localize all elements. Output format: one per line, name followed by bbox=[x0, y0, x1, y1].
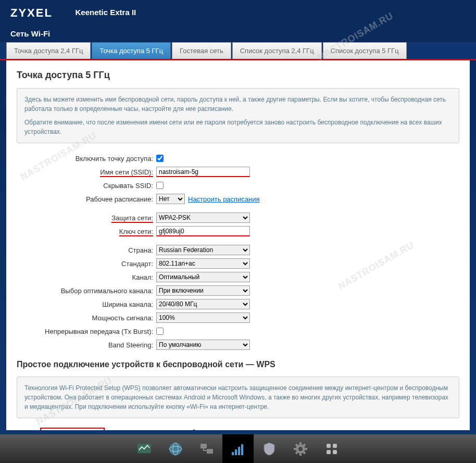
channel-label: Канал: bbox=[17, 273, 156, 281]
content-panel: Точка доступа 5 ГГц Здесь вы можете изме… bbox=[6, 60, 470, 430]
steering-select[interactable]: По умолчанию bbox=[156, 340, 250, 350]
nav-network-icon[interactable] bbox=[191, 434, 222, 463]
page-title: Сеть Wi-Fi bbox=[0, 20, 476, 42]
nav-globe-icon[interactable] bbox=[160, 434, 191, 463]
tab-acl-5[interactable]: Список доступа 5 ГГц bbox=[323, 42, 407, 59]
tab-ap-24[interactable]: Точка доступа 2,4 ГГц bbox=[6, 42, 91, 59]
section-title: Точка доступа 5 ГГц bbox=[17, 70, 459, 81]
nav-wifi-icon[interactable] bbox=[222, 434, 254, 463]
brand-logo: ZYXEL bbox=[10, 6, 53, 20]
power-label: Мощность сигнала: bbox=[17, 314, 156, 322]
svg-rect-10 bbox=[238, 447, 240, 455]
wps-info-text: Технология Wi-Fi Protected Setup (WPS) п… bbox=[24, 383, 452, 411]
schedule-link[interactable]: Настроить расписания bbox=[188, 195, 260, 203]
ssid-input[interactable] bbox=[156, 167, 250, 177]
enable-ap-checkbox[interactable] bbox=[156, 155, 164, 162]
svg-line-20 bbox=[296, 452, 297, 454]
nav-shield-icon[interactable] bbox=[254, 434, 285, 463]
schedule-label: Рабочее расписание: bbox=[17, 195, 156, 203]
steering-label: Band Steering: bbox=[17, 341, 156, 349]
info-text-1: Здесь вы можете изменить имя беспроводно… bbox=[24, 95, 452, 114]
svg-line-21 bbox=[304, 444, 305, 446]
wps-section-title: Простое подключение устройств к беспрово… bbox=[17, 360, 459, 369]
country-select[interactable]: Russian Federation bbox=[156, 245, 250, 255]
arrow-icon bbox=[187, 429, 240, 430]
svg-rect-8 bbox=[232, 452, 234, 455]
txburst-label: Непрерывная передача (Tx Burst): bbox=[17, 328, 156, 335]
enable-ap-label: Включить точку доступа: bbox=[17, 155, 156, 162]
tabs-bar: Точка доступа 2,4 ГГц Точка доступа 5 ГГ… bbox=[0, 42, 476, 60]
nav-apps-icon[interactable] bbox=[316, 434, 347, 463]
svg-rect-7 bbox=[207, 449, 213, 454]
opt-channel-label: Выбор оптимального канала: bbox=[17, 287, 156, 295]
security-select[interactable]: WPA2-PSK bbox=[156, 212, 250, 223]
hide-ssid-checkbox[interactable] bbox=[156, 182, 164, 189]
wps-info-box: Технология Wi-Fi Protected Setup (WPS) п… bbox=[17, 377, 459, 418]
tab-ap-5[interactable]: Точка доступа 5 ГГц bbox=[92, 42, 171, 59]
txburst-checkbox[interactable] bbox=[156, 328, 164, 335]
width-label: Ширина канала: bbox=[17, 301, 156, 308]
key-input[interactable] bbox=[156, 226, 250, 236]
nav-monitor-icon[interactable] bbox=[129, 434, 160, 463]
svg-rect-6 bbox=[201, 444, 207, 448]
svg-rect-24 bbox=[327, 450, 331, 454]
power-select[interactable]: 100% bbox=[156, 312, 250, 323]
schedule-select[interactable]: Нет bbox=[156, 194, 185, 204]
country-label: Страна: bbox=[17, 246, 156, 254]
opt-channel-select[interactable]: При включении bbox=[156, 285, 250, 296]
ssid-label: Имя сети (SSID): bbox=[100, 168, 153, 177]
tab-guest[interactable]: Гостевая сеть bbox=[172, 42, 231, 59]
svg-rect-9 bbox=[235, 449, 237, 455]
tab-acl-24[interactable]: Список доступа 2,4 ГГц bbox=[232, 42, 322, 59]
width-select[interactable]: 20/40/80 МГц bbox=[156, 299, 250, 309]
channel-select[interactable]: Оптимальный bbox=[156, 272, 250, 282]
security-label: Защита сети: bbox=[111, 214, 153, 223]
svg-line-19 bbox=[304, 452, 305, 454]
svg-point-3 bbox=[169, 443, 182, 455]
svg-rect-22 bbox=[327, 444, 331, 448]
model-name: Keenetic Extra II bbox=[76, 8, 136, 17]
wps-enable-label: Включить WPS: bbox=[43, 430, 93, 430]
hide-ssid-label: Скрывать SSID: bbox=[17, 182, 156, 190]
info-text-2: Обратите внимание, что после изменения и… bbox=[24, 118, 452, 136]
svg-rect-11 bbox=[241, 444, 243, 455]
standard-select[interactable]: 802.11an+ac bbox=[156, 258, 250, 269]
svg-marker-1 bbox=[187, 429, 195, 430]
key-label: Ключ сети: bbox=[119, 228, 153, 236]
bottom-nav bbox=[0, 434, 476, 463]
info-box: Здесь вы можете изменить имя беспроводно… bbox=[17, 88, 459, 143]
svg-line-18 bbox=[296, 444, 297, 446]
nav-gear-icon[interactable] bbox=[285, 434, 316, 463]
svg-rect-25 bbox=[333, 450, 337, 454]
svg-point-13 bbox=[298, 447, 303, 451]
standard-label: Стандарт: bbox=[17, 260, 156, 268]
svg-rect-23 bbox=[333, 444, 337, 448]
